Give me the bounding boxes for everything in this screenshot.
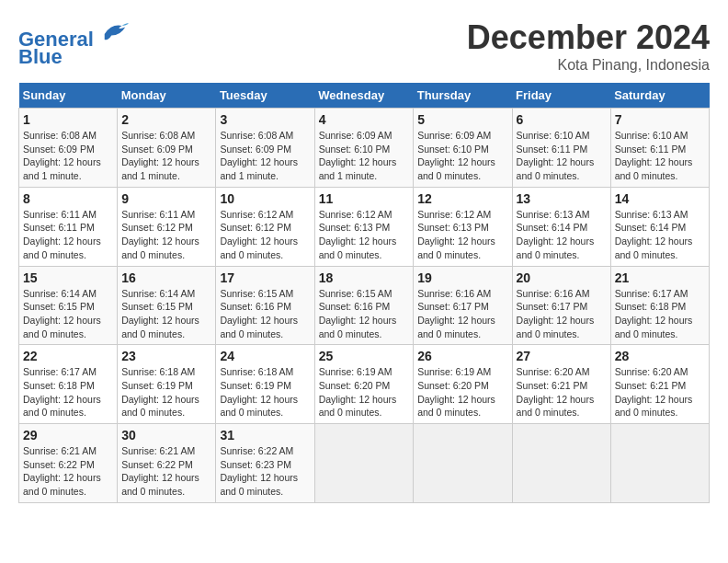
day-number: 16 bbox=[121, 270, 211, 285]
day-number: 6 bbox=[517, 112, 607, 127]
day-number: 26 bbox=[417, 349, 507, 363]
calendar-cell: 5Sunrise: 6:09 AM Sunset: 6:10 PM Daylig… bbox=[414, 109, 512, 188]
page-header: General Blue December 2024 Kota Pinang, … bbox=[18, 18, 710, 74]
calendar-cell: 23Sunrise: 6:18 AM Sunset: 6:19 PM Dayli… bbox=[118, 345, 216, 424]
day-number: 19 bbox=[417, 270, 507, 285]
weekday-header: Thursday bbox=[414, 83, 512, 109]
logo: General Blue bbox=[18, 18, 129, 69]
month-title: December 2024 bbox=[467, 18, 710, 57]
day-number: 22 bbox=[23, 349, 113, 363]
day-info: Sunrise: 6:08 AM Sunset: 6:09 PM Dayligh… bbox=[220, 129, 310, 183]
day-number: 25 bbox=[319, 349, 410, 363]
weekday-header: Monday bbox=[118, 83, 216, 109]
day-number: 18 bbox=[319, 270, 410, 285]
day-number: 5 bbox=[417, 112, 507, 127]
calendar-cell: 29Sunrise: 6:21 AM Sunset: 6:22 PM Dayli… bbox=[19, 424, 118, 503]
day-info: Sunrise: 6:15 AM Sunset: 6:16 PM Dayligh… bbox=[319, 287, 410, 341]
day-info: Sunrise: 6:08 AM Sunset: 6:09 PM Dayligh… bbox=[121, 129, 211, 183]
calendar-cell: 15Sunrise: 6:14 AM Sunset: 6:15 PM Dayli… bbox=[19, 266, 118, 345]
calendar-cell: 28Sunrise: 6:20 AM Sunset: 6:21 PM Dayli… bbox=[610, 345, 709, 424]
location: Kota Pinang, Indonesia bbox=[467, 57, 710, 74]
day-info: Sunrise: 6:19 AM Sunset: 6:20 PM Dayligh… bbox=[319, 365, 410, 419]
calendar-cell: 27Sunrise: 6:20 AM Sunset: 6:21 PM Dayli… bbox=[512, 345, 610, 424]
day-info: Sunrise: 6:16 AM Sunset: 6:17 PM Dayligh… bbox=[417, 287, 507, 341]
calendar-table: SundayMondayTuesdayWednesdayThursdayFrid… bbox=[18, 83, 710, 503]
weekday-header: Sunday bbox=[19, 83, 118, 109]
day-number: 9 bbox=[121, 191, 211, 206]
day-number: 1 bbox=[23, 112, 113, 127]
day-number: 15 bbox=[23, 270, 113, 285]
day-info: Sunrise: 6:14 AM Sunset: 6:15 PM Dayligh… bbox=[121, 287, 211, 341]
day-number: 27 bbox=[517, 349, 607, 363]
calendar-cell: 21Sunrise: 6:17 AM Sunset: 6:18 PM Dayli… bbox=[610, 266, 709, 345]
calendar-cell bbox=[610, 424, 709, 503]
day-info: Sunrise: 6:12 AM Sunset: 6:13 PM Dayligh… bbox=[417, 208, 507, 262]
weekday-header: Friday bbox=[512, 83, 610, 109]
day-info: Sunrise: 6:11 AM Sunset: 6:11 PM Dayligh… bbox=[23, 208, 113, 262]
title-block: December 2024 Kota Pinang, Indonesia bbox=[467, 18, 710, 74]
day-info: Sunrise: 6:09 AM Sunset: 6:10 PM Dayligh… bbox=[417, 129, 507, 183]
day-number: 11 bbox=[319, 191, 410, 206]
calendar-cell: 22Sunrise: 6:17 AM Sunset: 6:18 PM Dayli… bbox=[19, 345, 118, 424]
calendar-cell: 13Sunrise: 6:13 AM Sunset: 6:14 PM Dayli… bbox=[512, 187, 610, 266]
calendar-cell: 3Sunrise: 6:08 AM Sunset: 6:09 PM Daylig… bbox=[216, 109, 314, 188]
calendar-cell: 6Sunrise: 6:10 AM Sunset: 6:11 PM Daylig… bbox=[512, 109, 610, 188]
calendar-cell: 4Sunrise: 6:09 AM Sunset: 6:10 PM Daylig… bbox=[314, 109, 414, 188]
day-number: 30 bbox=[121, 428, 211, 442]
calendar-cell: 19Sunrise: 6:16 AM Sunset: 6:17 PM Dayli… bbox=[414, 266, 512, 345]
calendar-cell: 17Sunrise: 6:15 AM Sunset: 6:16 PM Dayli… bbox=[216, 266, 314, 345]
calendar-cell: 11Sunrise: 6:12 AM Sunset: 6:13 PM Dayli… bbox=[314, 187, 414, 266]
calendar-week-row: 1Sunrise: 6:08 AM Sunset: 6:09 PM Daylig… bbox=[19, 109, 710, 188]
day-info: Sunrise: 6:21 AM Sunset: 6:22 PM Dayligh… bbox=[121, 444, 211, 499]
day-info: Sunrise: 6:13 AM Sunset: 6:14 PM Dayligh… bbox=[517, 208, 607, 262]
calendar-cell: 14Sunrise: 6:13 AM Sunset: 6:14 PM Dayli… bbox=[610, 187, 709, 266]
calendar-cell: 18Sunrise: 6:15 AM Sunset: 6:16 PM Dayli… bbox=[314, 266, 414, 345]
day-info: Sunrise: 6:11 AM Sunset: 6:12 PM Dayligh… bbox=[121, 208, 211, 262]
day-info: Sunrise: 6:16 AM Sunset: 6:17 PM Dayligh… bbox=[517, 287, 607, 341]
calendar-cell: 16Sunrise: 6:14 AM Sunset: 6:15 PM Dayli… bbox=[118, 266, 216, 345]
day-number: 13 bbox=[517, 191, 607, 206]
day-number: 29 bbox=[23, 428, 113, 442]
day-info: Sunrise: 6:18 AM Sunset: 6:19 PM Dayligh… bbox=[220, 365, 310, 419]
calendar-cell: 12Sunrise: 6:12 AM Sunset: 6:13 PM Dayli… bbox=[414, 187, 512, 266]
day-info: Sunrise: 6:19 AM Sunset: 6:20 PM Dayligh… bbox=[417, 365, 507, 419]
day-info: Sunrise: 6:22 AM Sunset: 6:23 PM Dayligh… bbox=[220, 444, 310, 499]
day-info: Sunrise: 6:14 AM Sunset: 6:15 PM Dayligh… bbox=[23, 287, 113, 341]
day-info: Sunrise: 6:13 AM Sunset: 6:14 PM Dayligh… bbox=[615, 208, 705, 262]
day-info: Sunrise: 6:15 AM Sunset: 6:16 PM Dayligh… bbox=[220, 287, 310, 341]
calendar-cell: 20Sunrise: 6:16 AM Sunset: 6:17 PM Dayli… bbox=[512, 266, 610, 345]
day-number: 24 bbox=[220, 349, 310, 363]
day-number: 12 bbox=[417, 191, 507, 206]
day-info: Sunrise: 6:20 AM Sunset: 6:21 PM Dayligh… bbox=[517, 365, 607, 419]
calendar-cell bbox=[414, 424, 512, 503]
calendar-cell: 31Sunrise: 6:22 AM Sunset: 6:23 PM Dayli… bbox=[216, 424, 314, 503]
day-info: Sunrise: 6:10 AM Sunset: 6:11 PM Dayligh… bbox=[615, 129, 705, 183]
calendar-week-row: 29Sunrise: 6:21 AM Sunset: 6:22 PM Dayli… bbox=[19, 424, 710, 503]
day-number: 14 bbox=[615, 191, 705, 206]
day-info: Sunrise: 6:09 AM Sunset: 6:10 PM Dayligh… bbox=[319, 129, 410, 183]
day-info: Sunrise: 6:17 AM Sunset: 6:18 PM Dayligh… bbox=[615, 287, 705, 341]
calendar-cell: 7Sunrise: 6:10 AM Sunset: 6:11 PM Daylig… bbox=[610, 109, 709, 188]
calendar-cell bbox=[314, 424, 414, 503]
day-number: 3 bbox=[220, 112, 310, 127]
calendar-cell: 1Sunrise: 6:08 AM Sunset: 6:09 PM Daylig… bbox=[19, 109, 118, 188]
weekday-header: Saturday bbox=[610, 83, 709, 109]
day-info: Sunrise: 6:10 AM Sunset: 6:11 PM Dayligh… bbox=[517, 129, 607, 183]
calendar-week-row: 15Sunrise: 6:14 AM Sunset: 6:15 PM Dayli… bbox=[19, 266, 710, 345]
calendar-cell: 26Sunrise: 6:19 AM Sunset: 6:20 PM Dayli… bbox=[414, 345, 512, 424]
day-number: 23 bbox=[121, 349, 211, 363]
calendar-week-row: 22Sunrise: 6:17 AM Sunset: 6:18 PM Dayli… bbox=[19, 345, 710, 424]
day-number: 4 bbox=[319, 112, 410, 127]
day-info: Sunrise: 6:08 AM Sunset: 6:09 PM Dayligh… bbox=[23, 129, 113, 183]
weekday-header: Wednesday bbox=[314, 83, 414, 109]
calendar-cell: 24Sunrise: 6:18 AM Sunset: 6:19 PM Dayli… bbox=[216, 345, 314, 424]
day-info: Sunrise: 6:12 AM Sunset: 6:13 PM Dayligh… bbox=[319, 208, 410, 262]
calendar-cell bbox=[512, 424, 610, 503]
calendar-cell: 9Sunrise: 6:11 AM Sunset: 6:12 PM Daylig… bbox=[118, 187, 216, 266]
day-info: Sunrise: 6:18 AM Sunset: 6:19 PM Dayligh… bbox=[121, 365, 211, 419]
calendar-cell: 2Sunrise: 6:08 AM Sunset: 6:09 PM Daylig… bbox=[118, 109, 216, 188]
calendar-cell: 30Sunrise: 6:21 AM Sunset: 6:22 PM Dayli… bbox=[118, 424, 216, 503]
day-number: 7 bbox=[615, 112, 705, 127]
day-number: 28 bbox=[615, 349, 705, 363]
day-number: 21 bbox=[615, 270, 705, 285]
